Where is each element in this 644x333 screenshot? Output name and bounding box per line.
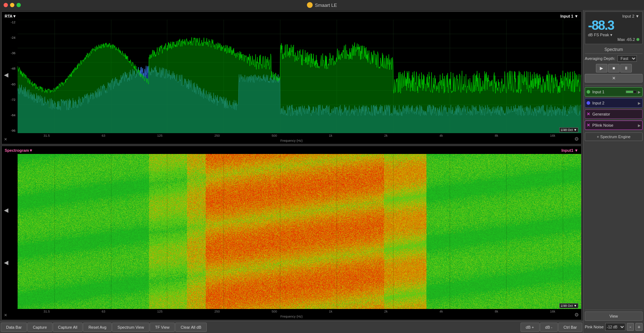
- avg-depth-select[interactable]: Fast Slow Off: [617, 55, 637, 62]
- reset-avg-button[interactable]: Reset Avg: [83, 323, 112, 332]
- spec-scroll-handle-bot[interactable]: ◀: [4, 259, 8, 266]
- pink-noise-plus-button[interactable]: +: [635, 323, 643, 331]
- input1-dot: [587, 90, 590, 94]
- pink-noise-label: Pink Noise: [585, 325, 604, 329]
- tf-view-button[interactable]: TF View: [150, 323, 175, 332]
- rta-freq-label: Frequency (Hz): [2, 139, 581, 142]
- max-dot: [636, 38, 639, 41]
- rta-input-label[interactable]: Input 1 ▼: [560, 14, 578, 18]
- spectrogram-input-text: Input1 ▼: [561, 148, 578, 153]
- level-unit[interactable]: dB FS Peak ▾: [588, 33, 612, 37]
- rta-scroll-handle[interactable]: ◀: [4, 71, 8, 78]
- input1-arrow: ▶: [638, 90, 641, 94]
- capture-button[interactable]: Capture: [27, 323, 52, 332]
- rta-close-icon[interactable]: ✕: [4, 137, 7, 142]
- avg-depth-row: Averaging Depth: Fast Slow Off: [585, 55, 643, 62]
- spectrogram-label[interactable]: Spectrogram▼: [5, 148, 33, 153]
- db-plus-button[interactable]: dB +: [521, 323, 540, 332]
- crosshair-button[interactable]: ✕: [585, 74, 643, 83]
- level-section: Input 2 ▼ -88.3 dB FS Peak ▾ Max -65.2: [585, 11, 643, 44]
- divider-1: [585, 85, 643, 86]
- rta-canvas: [18, 20, 581, 133]
- app-icon: [307, 2, 313, 8]
- input1-level-fill: [626, 91, 633, 93]
- rta-label-text: RTA▼: [5, 14, 17, 18]
- input1-level-bar: [626, 90, 636, 93]
- add-spectrum-button[interactable]: + Spectrum Engine: [585, 132, 643, 141]
- spec-settings-icon[interactable]: ⚙: [574, 312, 579, 318]
- clear-all-db-button[interactable]: Clear All dB: [175, 323, 206, 332]
- p9ink-label: P9ink Noise: [592, 123, 638, 127]
- stop-button[interactable]: ■: [608, 64, 620, 72]
- db-minus-button[interactable]: dB -: [540, 323, 558, 332]
- generator-item[interactable]: ✕ Generator: [585, 109, 643, 119]
- generator-x-icon: ✕: [587, 112, 590, 116]
- play-button[interactable]: ▶: [596, 64, 607, 72]
- spec-scroll-handle-top[interactable]: ◀: [4, 207, 8, 214]
- level-max: Max -65.2: [617, 37, 635, 42]
- minimize-button[interactable]: [10, 3, 14, 7]
- title-bar: Smaart LE: [0, 0, 644, 10]
- spectrogram-panel: Spectrogram▼ Input1 ▼ ◀ ◀ 31.5 63 125 25…: [1, 146, 582, 320]
- level-value: -88.3: [588, 19, 614, 32]
- generator-label: Generator: [592, 112, 641, 116]
- rta-freq-axis: 31.5 63 125 250 500 1k 2k 4k 8k 16k: [18, 134, 581, 137]
- level-max-row: Max -65.2: [588, 37, 639, 42]
- p9ink-arrow: ▶: [638, 123, 641, 127]
- capture-all-button[interactable]: Capture All: [53, 323, 83, 332]
- p9ink-x-icon: ✕: [587, 123, 590, 127]
- pink-noise-minus-button[interactable]: -: [627, 323, 634, 331]
- view-button[interactable]: View: [585, 311, 643, 321]
- spectrogram-input-label[interactable]: Input1 ▼: [561, 148, 578, 153]
- ctrl-bar-button[interactable]: Ctrl Bar: [558, 323, 582, 332]
- app-title-text: Smaart LE: [315, 3, 337, 8]
- crosshair-row: ✕: [585, 74, 643, 83]
- input-selector: Input 2 ▼: [622, 14, 639, 18]
- spec-close-icon[interactable]: ✕: [4, 313, 7, 318]
- spectrum-view-button[interactable]: Spectrum View: [112, 323, 149, 332]
- spectrum-section-title: Spectrum: [585, 46, 643, 54]
- spec-y-axis: [2, 154, 17, 309]
- spec-freq-label: Frequency (Hz): [2, 315, 581, 318]
- input2-arrow: ▶: [638, 101, 641, 105]
- level-unit-row: dB FS Peak ▾: [588, 33, 639, 37]
- left-area: RTA▼ Input 1 ▼ -12 -24 -36 -48 -60 -72 -…: [0, 10, 583, 333]
- rta-panel: RTA▼ Input 1 ▼ -12 -24 -36 -48 -60 -72 -…: [1, 11, 582, 144]
- pink-noise-row: Pink Noise -12 dB -18 dB -6 dB - +: [585, 322, 643, 332]
- input2-item[interactable]: Input 2 ▶: [585, 98, 643, 108]
- main-layout: RTA▼ Input 1 ▼ -12 -24 -36 -48 -60 -72 -…: [0, 10, 644, 333]
- rta-resolution[interactable]: 1/48 Oct ▼: [559, 127, 578, 132]
- spec-freq-axis: 31.5 63 125 250 500 1k 2k 4k 8k 16k: [18, 310, 581, 313]
- window-controls[interactable]: [4, 3, 21, 7]
- input2-label: Input 2: [592, 101, 638, 105]
- input1-label: Input 1: [592, 90, 626, 94]
- input2-dot: [587, 101, 590, 105]
- p9ink-item[interactable]: ✕ P9ink Noise ▶: [585, 121, 643, 130]
- rta-settings-icon[interactable]: ⚙: [574, 136, 579, 142]
- spec-resolution[interactable]: 1/48 Oct ▼: [559, 303, 578, 308]
- avg-depth-label: Averaging Depth:: [585, 56, 615, 61]
- input1-item[interactable]: Input 1 ▶: [585, 87, 643, 97]
- pause-button[interactable]: ⏸: [620, 64, 632, 72]
- right-panel: Input 2 ▼ -88.3 dB FS Peak ▾ Max -65.2 S…: [583, 10, 644, 333]
- data-bar-button[interactable]: Data Bar: [1, 323, 27, 332]
- spacer: [585, 144, 643, 308]
- app-title: Smaart LE: [307, 2, 337, 8]
- rta-input-text: Input 1 ▼: [560, 14, 578, 18]
- pink-noise-select[interactable]: -12 dB -18 dB -6 dB: [605, 323, 625, 331]
- divider-2: [585, 310, 643, 310]
- level-display: -88.3: [588, 19, 639, 32]
- maximize-button[interactable]: [17, 3, 21, 7]
- spectrogram-label-text: Spectrogram▼: [5, 148, 33, 153]
- spectrogram-canvas: [18, 154, 581, 309]
- transport-row: ▶ ■ ⏸: [585, 64, 643, 72]
- rta-label[interactable]: RTA▼: [5, 14, 17, 18]
- close-button[interactable]: [4, 3, 8, 7]
- bottom-toolbar: Data Bar Capture Capture All Reset Avg S…: [0, 321, 583, 333]
